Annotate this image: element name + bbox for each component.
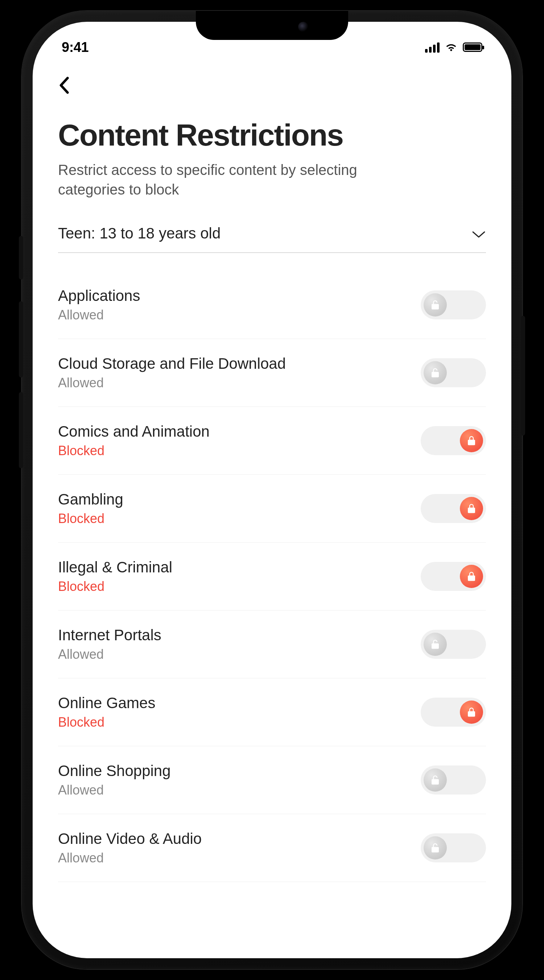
category-row: Illegal & CriminalBlocked <box>58 542 486 611</box>
back-button[interactable] <box>58 76 71 96</box>
category-name: Cloud Storage and File Download <box>58 355 286 372</box>
category-status: Blocked <box>58 715 155 730</box>
category-status: Allowed <box>58 375 286 391</box>
category-row: Online GamesBlocked <box>58 678 486 746</box>
block-toggle[interactable] <box>421 358 486 387</box>
lock-open-icon <box>423 768 447 792</box>
category-row: ApplicationsAllowed <box>58 271 486 339</box>
block-toggle[interactable] <box>421 494 486 523</box>
lock-open-icon <box>423 633 447 656</box>
category-status: Blocked <box>58 443 209 458</box>
status-time: 9:41 <box>62 40 89 55</box>
category-name: Online Video & Audio <box>58 830 201 848</box>
category-name: Comics and Animation <box>58 423 209 440</box>
block-toggle[interactable] <box>421 834 486 862</box>
category-name: Online Games <box>58 694 155 712</box>
page-title: Content Restrictions <box>58 118 486 153</box>
block-toggle[interactable] <box>421 426 486 455</box>
lock-open-icon <box>423 293 447 317</box>
status-indicators <box>425 41 482 53</box>
category-row: Online Video & AudioAllowed <box>58 814 486 882</box>
category-row: Comics and AnimationBlocked <box>58 407 486 475</box>
block-toggle[interactable] <box>421 630 486 659</box>
category-row: Online ShoppingAllowed <box>58 746 486 814</box>
category-status: Allowed <box>58 647 162 662</box>
category-status: Allowed <box>58 783 171 798</box>
category-status: Allowed <box>58 850 201 865</box>
category-status: Allowed <box>58 307 140 323</box>
category-status: Blocked <box>58 511 123 526</box>
category-name: Online Shopping <box>58 762 171 780</box>
lock-closed-icon <box>460 429 483 452</box>
category-row: Internet PortalsAllowed <box>58 611 486 678</box>
category-name: Illegal & Criminal <box>58 558 172 576</box>
lock-open-icon <box>423 361 447 384</box>
wifi-icon <box>445 41 458 53</box>
cellular-icon <box>425 42 439 52</box>
chevron-down-icon <box>471 225 486 242</box>
battery-icon <box>463 43 482 52</box>
block-toggle[interactable] <box>421 562 486 591</box>
block-toggle[interactable] <box>421 765 486 794</box>
category-row: Cloud Storage and File DownloadAllowed <box>58 339 486 407</box>
block-toggle[interactable] <box>421 290 486 320</box>
block-toggle[interactable] <box>421 698 486 727</box>
page-subtitle: Restrict access to specific content by s… <box>58 160 384 199</box>
category-status: Blocked <box>58 579 172 594</box>
age-group-dropdown[interactable]: Teen: 13 to 18 years old <box>58 225 486 253</box>
lock-open-icon <box>423 836 447 859</box>
category-list: ApplicationsAllowedCloud Storage and Fil… <box>58 271 486 882</box>
lock-closed-icon <box>460 700 483 724</box>
lock-closed-icon <box>460 497 483 520</box>
dropdown-value: Teen: 13 to 18 years old <box>58 225 220 242</box>
category-row: GamblingBlocked <box>58 475 486 542</box>
category-name: Internet Portals <box>58 627 162 644</box>
category-name: Gambling <box>58 491 123 508</box>
lock-closed-icon <box>460 565 483 588</box>
category-name: Applications <box>58 287 140 304</box>
